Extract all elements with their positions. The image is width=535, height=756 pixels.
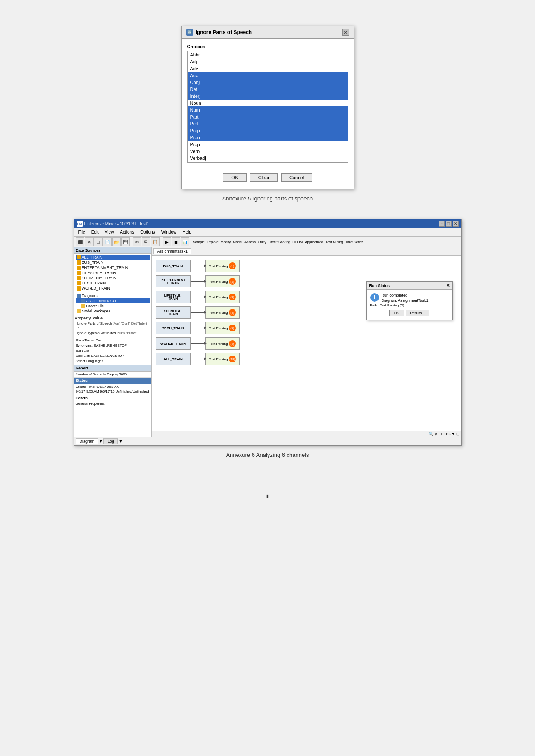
choice-adv[interactable]: Adv bbox=[188, 65, 348, 72]
toolbar-btn-paste[interactable]: 📋 bbox=[151, 237, 160, 246]
general-header: General bbox=[74, 395, 151, 401]
node-world-train[interactable]: WORLD_TRAIN bbox=[156, 337, 191, 350]
toolbar-btn-save[interactable]: 💾 bbox=[121, 237, 130, 246]
menu-view[interactable]: View bbox=[102, 229, 117, 235]
choice-adj[interactable]: Adj bbox=[188, 58, 348, 65]
menu-window[interactable]: Window bbox=[159, 229, 179, 235]
node-text-parsing-5[interactable]: Text Parsing (5) bbox=[205, 322, 240, 334]
bottom-tab-log[interactable]: Log bbox=[103, 438, 118, 444]
toolbar-applications[interactable]: Applications bbox=[304, 240, 324, 244]
choice-interj[interactable]: Interj bbox=[188, 93, 348, 100]
zoom-fit[interactable]: ⊡ bbox=[456, 432, 460, 436]
run-status-ok-btn[interactable]: OK bbox=[389, 310, 404, 316]
toolbar-btn-new[interactable]: 📄 bbox=[103, 237, 112, 246]
node-bus-train[interactable]: BUS_TRAIN bbox=[156, 260, 191, 272]
run-status-results-btn[interactable]: Results... bbox=[406, 310, 429, 316]
em-restore-btn[interactable]: □ bbox=[446, 221, 452, 227]
tree-tech-train[interactable]: TECH_TRAIN bbox=[76, 281, 150, 286]
menu-file[interactable]: File bbox=[76, 229, 88, 235]
choice-prop[interactable]: Prop bbox=[188, 141, 348, 148]
close-button[interactable]: ✕ bbox=[342, 29, 349, 36]
toolbar-hpom[interactable]: HPOM bbox=[291, 240, 303, 244]
log-sep: ▼ bbox=[119, 439, 122, 444]
menu-actions[interactable]: Actions bbox=[117, 229, 137, 235]
toolbar-time-series[interactable]: Time Series bbox=[344, 240, 364, 244]
toolbar-text-mining[interactable]: Text Mining bbox=[325, 240, 344, 244]
tree-lifestyle-train[interactable]: LIFESTYLE_TRAIN bbox=[76, 270, 150, 275]
toolbar-model[interactable]: Model bbox=[232, 240, 243, 244]
clear-button[interactable]: Clear bbox=[250, 173, 278, 182]
badge-4: (4) bbox=[229, 309, 236, 316]
choice-pron[interactable]: Pron bbox=[188, 134, 348, 141]
tree-createfile[interactable]: CreateFile bbox=[76, 303, 150, 309]
choice-part[interactable]: Part bbox=[188, 113, 348, 120]
menu-help[interactable]: Help bbox=[180, 229, 194, 235]
general-properties: General Properties bbox=[74, 401, 151, 406]
menu-edit[interactable]: Edit bbox=[89, 229, 101, 235]
toolbar-btn-copy[interactable]: ⧉ bbox=[142, 237, 150, 246]
toolbar-sample[interactable]: Sample bbox=[192, 240, 206, 244]
zoom-dropdown[interactable]: ▼ bbox=[451, 432, 455, 436]
toolbar-explore[interactable]: Explore bbox=[206, 240, 219, 244]
em-section: EM Enterprise Miner - 10/31/31_Test1 − □… bbox=[9, 219, 526, 458]
tree-model-packages[interactable]: Model Packages bbox=[76, 309, 150, 314]
tech-train-label: TECH_TRAIN bbox=[82, 281, 106, 285]
node-all-train[interactable]: ALL_TRAIN bbox=[156, 353, 191, 365]
choice-noun[interactable]: Noun bbox=[188, 100, 348, 106]
node-text-parsing-3[interactable]: Text Parsing (3) bbox=[205, 291, 240, 303]
toolbar-assess[interactable]: Assess bbox=[244, 240, 257, 244]
toolbar-btn-open[interactable]: 📂 bbox=[112, 237, 121, 246]
diagram-tab-assignment[interactable]: AssignmentTask1 bbox=[153, 248, 192, 254]
node-tech-train[interactable]: TECH_TRAIN bbox=[156, 322, 191, 334]
arrow-entertainment bbox=[191, 281, 204, 282]
em-win-controls: − □ ✕ bbox=[439, 221, 459, 227]
tree-all-train[interactable]: ALL_TRAIN bbox=[76, 255, 150, 260]
node-text-parsing-all[interactable]: Text Parsing (All) bbox=[205, 353, 240, 365]
tree-diagrams[interactable]: Diagrams bbox=[76, 293, 150, 298]
bottom-tab-diagram[interactable]: Diagram bbox=[76, 438, 98, 444]
cancel-button[interactable]: Cancel bbox=[281, 173, 312, 182]
choice-conj[interactable]: Conj bbox=[188, 79, 348, 86]
choice-verb[interactable]: Verb bbox=[188, 148, 348, 155]
toolbar-btn-cut[interactable]: ✂ bbox=[133, 237, 141, 246]
toolbar-btn-2[interactable]: ✕ bbox=[85, 237, 94, 246]
node-text-parsing-2[interactable]: Text Parsing (2) bbox=[205, 275, 240, 287]
tab-sep: ▼ bbox=[99, 439, 103, 444]
run-status-close-btn[interactable]: ✕ bbox=[446, 283, 450, 288]
choice-det[interactable]: Det bbox=[188, 86, 348, 93]
choice-pref[interactable]: Pref bbox=[188, 120, 348, 127]
run-status-titlebar: Run Status ✕ bbox=[367, 282, 452, 290]
toolbar-credit[interactable]: Credit Scoring bbox=[267, 240, 291, 244]
toolbar-btn-stop[interactable]: ⏹ bbox=[172, 237, 180, 246]
choice-aux[interactable]: Aux bbox=[188, 72, 348, 79]
menu-options[interactable]: Options bbox=[138, 229, 157, 235]
ok-button[interactable]: OK bbox=[223, 173, 247, 182]
toolbar-btn-1[interactable]: ⬛ bbox=[76, 237, 84, 246]
node-text-parsing-6[interactable]: Text Parsing (6) bbox=[205, 337, 240, 350]
tree-bus-train[interactable]: BUS_TRAIN bbox=[76, 260, 150, 265]
tree-assignment-task1[interactable]: AssignmentTask1 bbox=[76, 298, 150, 303]
choice-abbr[interactable]: Abbr bbox=[188, 51, 348, 58]
choice-verbadj[interactable]: Verbadj bbox=[188, 155, 348, 162]
choices-list[interactable]: Abbr Adj Adv Aux Conj Det Interj Noun Nu… bbox=[187, 51, 348, 163]
em-minimize-btn[interactable]: − bbox=[439, 221, 445, 227]
node-lifestyle-train[interactable]: LIFESTYLE_TRAIN bbox=[156, 291, 191, 303]
zoom-icon1[interactable]: 🔍 bbox=[429, 432, 433, 436]
choice-num[interactable]: Num bbox=[188, 106, 348, 113]
node-entertainment-train[interactable]: ENTERTAINMENT_T_TRAIN bbox=[156, 275, 191, 287]
node-text-parsing-1[interactable]: Text Parsing (1) bbox=[205, 260, 240, 272]
ignore-parts-dialog: 🔤 Ignore Parts of Speech ✕ Choices Abbr … bbox=[181, 26, 354, 189]
tree-socmedia-train[interactable]: SOCMEDIA_TRAIN bbox=[76, 275, 150, 281]
tree-world-train[interactable]: WORLD_TRAIN bbox=[76, 286, 150, 291]
em-close-btn[interactable]: ✕ bbox=[453, 221, 459, 227]
node-text-parsing-4[interactable]: Text Parsing (4) bbox=[205, 306, 240, 319]
zoom-icon2[interactable]: ⊕ bbox=[434, 432, 438, 436]
choice-prep[interactable]: Prep bbox=[188, 127, 348, 134]
tree-entertainment-train[interactable]: ENTERTAINMENT_TRAIN bbox=[76, 265, 150, 270]
toolbar-utility[interactable]: Utility bbox=[257, 240, 267, 244]
toolbar-modify[interactable]: Modify bbox=[220, 240, 232, 244]
node-socmedia-train[interactable]: SOCMEDIA_TRAIN bbox=[156, 306, 191, 319]
toolbar-btn-run[interactable]: ▶ bbox=[163, 237, 171, 246]
toolbar-btn-results[interactable]: 📊 bbox=[181, 237, 189, 246]
toolbar-btn-3[interactable]: □ bbox=[94, 237, 103, 246]
